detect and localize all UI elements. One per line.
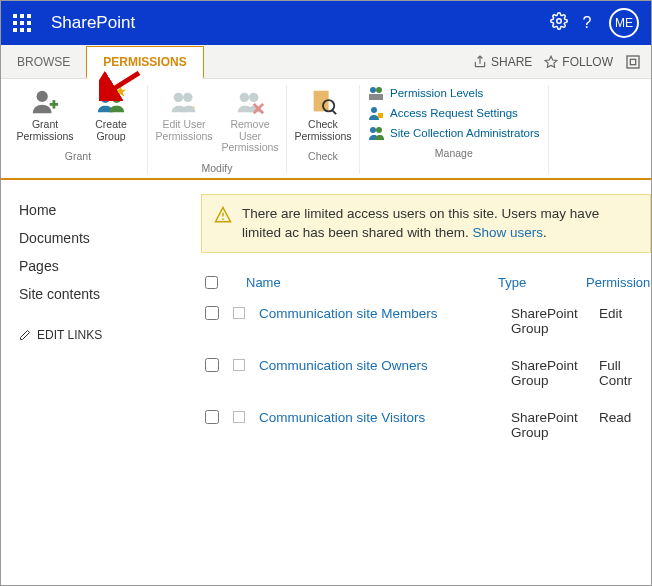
row-checkbox[interactable]: [205, 358, 219, 372]
svg-rect-13: [630, 59, 635, 64]
main-area: There are limited access users on this s…: [201, 180, 651, 455]
svg-point-23: [249, 93, 258, 102]
edit-user-permissions-button[interactable]: Edit User Permissions: [156, 85, 212, 156]
permission-row: Communication site Owners SharePoint Gro…: [201, 350, 651, 402]
share-icon: [473, 55, 487, 69]
side-navigation: Home Documents Pages Site contents EDIT …: [1, 180, 201, 455]
warning-icon: [214, 206, 232, 224]
pencil-icon: [19, 329, 31, 341]
group-link[interactable]: Communication site Owners: [259, 358, 497, 373]
group-link[interactable]: Communication site Members: [259, 306, 497, 321]
ribbon-group-manage: Permission Levels Access Request Setting…: [360, 85, 549, 174]
svg-rect-2: [27, 14, 31, 18]
group-permission: Read: [599, 410, 631, 425]
check-permissions-button[interactable]: Check Permissions: [295, 85, 351, 144]
site-collection-admins-icon: [368, 125, 384, 141]
row-checkbox[interactable]: [205, 410, 219, 424]
svg-line-37: [107, 73, 139, 93]
user-avatar[interactable]: ME: [609, 8, 639, 38]
check-permissions-icon: [308, 87, 338, 117]
row-icon: [233, 307, 245, 319]
svg-rect-3: [13, 21, 17, 25]
ribbon-group-check: Check Permissions Check: [287, 85, 360, 174]
group-link[interactable]: Communication site Visitors: [259, 410, 497, 425]
svg-point-14: [37, 91, 48, 102]
grant-permissions-icon: [30, 87, 60, 117]
share-button[interactable]: SHARE: [473, 55, 532, 69]
warning-banner: There are limited access users on this s…: [201, 194, 651, 254]
warning-text-2: has been shared with them.: [303, 225, 469, 240]
svg-point-34: [370, 127, 376, 133]
row-checkbox[interactable]: [205, 306, 219, 320]
nav-documents[interactable]: Documents: [19, 224, 183, 252]
svg-point-22: [240, 93, 249, 102]
svg-rect-31: [369, 94, 383, 100]
ribbon-group-modify: Edit User Permissions Remove User Permis…: [148, 85, 287, 174]
svg-rect-5: [27, 21, 31, 25]
svg-point-20: [174, 93, 183, 102]
svg-rect-7: [20, 28, 24, 32]
svg-point-30: [376, 87, 382, 93]
access-request-icon: [368, 105, 384, 121]
group-type: SharePoint Group: [511, 410, 585, 440]
group-permission: Edit: [599, 306, 622, 321]
svg-rect-8: [27, 28, 31, 32]
svg-rect-12: [627, 56, 639, 68]
remove-user-icon: [235, 87, 265, 117]
edit-links-button[interactable]: EDIT LINKS: [19, 328, 183, 342]
row-icon: [233, 411, 245, 423]
permission-levels-icon: [368, 85, 384, 101]
nav-pages[interactable]: Pages: [19, 252, 183, 280]
svg-point-35: [376, 127, 382, 133]
suite-bar: SharePoint ? ME: [1, 1, 651, 45]
site-collection-admins-button[interactable]: Site Collection Administrators: [368, 125, 540, 141]
annotation-arrow: [99, 71, 143, 101]
svg-point-21: [183, 93, 192, 102]
focus-button[interactable]: [625, 54, 641, 70]
permission-levels-button[interactable]: Permission Levels: [368, 85, 540, 101]
svg-rect-0: [13, 14, 17, 18]
svg-rect-1: [20, 14, 24, 18]
settings-gear-icon[interactable]: [545, 12, 573, 34]
remove-user-permissions-button[interactable]: Remove User Permissions: [222, 85, 278, 156]
svg-rect-4: [20, 21, 24, 25]
edit-user-icon: [169, 87, 199, 117]
nav-home[interactable]: Home: [19, 196, 183, 224]
ribbon: Grant Permissions Create Group Grant Edi…: [1, 79, 651, 180]
nav-site-contents[interactable]: Site contents: [19, 280, 183, 308]
help-icon[interactable]: ?: [573, 14, 601, 32]
star-icon: [544, 55, 558, 69]
column-permission[interactable]: Permission: [586, 275, 650, 290]
show-users-link[interactable]: Show users: [472, 225, 543, 240]
permission-row: Communication site Members SharePoint Gr…: [201, 298, 651, 350]
focus-icon: [625, 54, 641, 70]
select-all-checkbox[interactable]: [205, 276, 218, 289]
follow-button[interactable]: FOLLOW: [544, 55, 613, 69]
svg-marker-11: [545, 56, 557, 67]
group-type: SharePoint Group: [511, 306, 585, 336]
svg-point-40: [222, 218, 224, 220]
svg-rect-6: [13, 28, 17, 32]
permissions-header: Name Type Permission: [201, 271, 651, 298]
row-icon: [233, 359, 245, 371]
group-type: SharePoint Group: [511, 358, 585, 388]
column-name[interactable]: Name: [246, 275, 484, 290]
group-permission: Full Contr: [599, 358, 651, 388]
app-launcher-icon[interactable]: [13, 14, 31, 32]
access-request-settings-button[interactable]: Access Request Settings: [368, 105, 540, 121]
svg-point-32: [371, 107, 377, 113]
column-type[interactable]: Type: [498, 275, 572, 290]
permission-row: Communication site Visitors SharePoint G…: [201, 402, 651, 454]
tab-browse[interactable]: BROWSE: [1, 45, 86, 78]
svg-rect-33: [378, 113, 383, 118]
svg-line-28: [332, 110, 336, 114]
grant-permissions-button[interactable]: Grant Permissions: [17, 85, 73, 144]
svg-point-9: [557, 19, 562, 24]
brand-title: SharePoint: [51, 13, 545, 33]
svg-rect-16: [53, 100, 56, 108]
content: Home Documents Pages Site contents EDIT …: [1, 180, 651, 455]
svg-point-29: [370, 87, 376, 93]
